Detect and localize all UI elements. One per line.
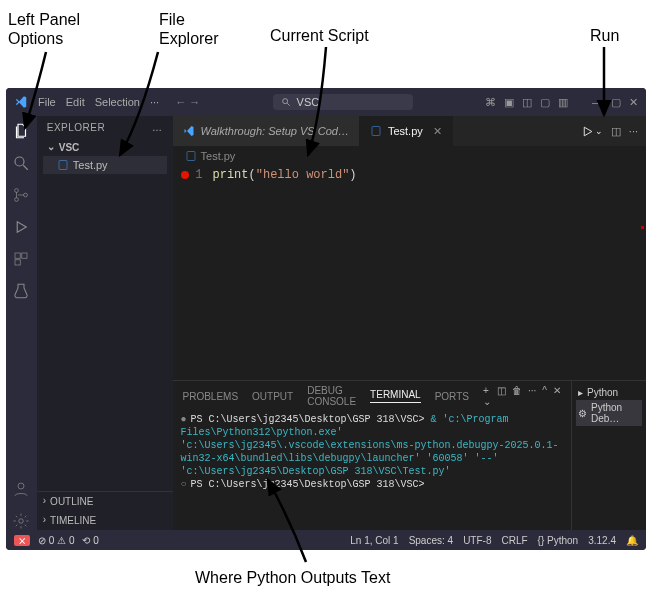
maximize-panel-icon[interactable]: ^ (542, 385, 547, 407)
minimap[interactable] (628, 166, 646, 380)
terminal-entry-python[interactable]: ▸Python (576, 385, 642, 400)
search-icon (281, 97, 291, 107)
more-icon[interactable]: ··· (528, 385, 536, 407)
menu-more[interactable]: ··· (150, 96, 159, 108)
activity-debug[interactable] (12, 218, 30, 236)
layout-icon[interactable]: ▣ (504, 96, 514, 109)
activity-extensions[interactable] (12, 250, 30, 268)
svg-line-3 (24, 165, 29, 170)
close-button[interactable]: ✕ (629, 96, 638, 109)
explorer-title-text: EXPLORER (47, 122, 105, 133)
terminal-list: ▸Python ⚙Python Deb… (571, 381, 646, 530)
command-center-search[interactable]: VSC (273, 94, 413, 110)
outline-section[interactable]: ›OUTLINE (37, 492, 173, 511)
editor-tabs: Walkthrough: Setup VS Cod… Test.py ✕ ⌄ ◫… (173, 116, 646, 146)
trash-icon[interactable]: 🗑 (512, 385, 522, 407)
svg-point-0 (282, 99, 287, 104)
tab-walkthrough[interactable]: Walkthrough: Setup VS Cod… (173, 116, 360, 146)
svg-rect-14 (187, 152, 195, 161)
maximize-button[interactable]: ▢ (611, 96, 621, 109)
activity-accounts[interactable] (12, 480, 30, 498)
vscode-logo-icon (183, 125, 195, 137)
timeline-section[interactable]: ›TIMELINE (37, 511, 173, 530)
title-actions: ⌘ ▣ ◫ ▢ ▥ — ▢ ✕ (485, 96, 638, 109)
vscode-logo-icon (14, 95, 28, 109)
terminal[interactable]: ●PS C:\Users\jg2345\Desktop\GSP 318\VSC>… (173, 411, 571, 530)
title-bar: File Edit Selection ··· ← → VSC ⌘ ▣ ◫ ▢ … (6, 88, 646, 116)
split-editor-icon[interactable]: ◫ (611, 125, 621, 138)
split-terminal-icon[interactable]: ◫ (497, 385, 506, 407)
annotation-terminal-output: Where Python Outputs Text (195, 568, 390, 587)
more-actions-icon[interactable]: ··· (629, 125, 638, 137)
activity-testing[interactable] (12, 282, 30, 300)
python-file-icon (370, 125, 382, 137)
folder-label: VSC (59, 142, 80, 153)
status-python-version[interactable]: 3.12.4 (588, 535, 616, 546)
explorer-title: EXPLORER … (37, 116, 173, 137)
panel-tab-terminal[interactable]: TERMINAL (370, 389, 421, 403)
tab-testpy[interactable]: Test.py ✕ (360, 116, 453, 146)
layout-side-icon[interactable]: ▢ (540, 96, 550, 109)
close-icon[interactable]: ✕ (433, 125, 442, 138)
search-placeholder: VSC (297, 96, 320, 108)
file-tree-item[interactable]: Test.py (43, 156, 167, 174)
terminal-entry-debug[interactable]: ⚙Python Deb… (576, 400, 642, 426)
nav-arrows[interactable]: ← → (175, 96, 200, 108)
explorer-sidebar: EXPLORER … ⌄ VSC Test.py ›OUTLINE ›TIMEL… (37, 116, 173, 530)
new-terminal-icon[interactable]: + ⌄ (483, 385, 491, 407)
status-ports[interactable]: ⟲ 0 (82, 535, 98, 546)
status-errors[interactable]: ⊘ 0 ⚠ 0 (38, 535, 74, 546)
source-control-icon (12, 186, 30, 204)
search-icon (12, 154, 30, 172)
gutter: 1 (173, 166, 213, 380)
testing-icon (12, 282, 30, 300)
status-spaces[interactable]: Spaces: 4 (409, 535, 453, 546)
breadcrumb-file: Test.py (201, 150, 236, 162)
code-line: print("hello world") (213, 166, 357, 380)
notifications-icon[interactable]: 🔔 (626, 535, 638, 546)
close-panel-icon[interactable]: ✕ (553, 385, 561, 407)
file-name: Test.py (73, 159, 108, 171)
chevron-right-icon: › (43, 514, 46, 525)
menu-selection[interactable]: Selection (95, 96, 140, 108)
panel-tab-ports[interactable]: PORTS (435, 391, 469, 402)
menu-edit[interactable]: Edit (66, 96, 85, 108)
layout-panel-icon[interactable]: ◫ (522, 96, 532, 109)
annotation-file-explorer: File Explorer (159, 10, 219, 48)
remote-indicator[interactable]: ⨯ (14, 535, 30, 546)
status-eol[interactable]: CRLF (501, 535, 527, 546)
copilot-icon[interactable]: ⌘ (485, 96, 496, 109)
terminal-icon: ▸ (578, 387, 583, 398)
activity-search[interactable] (12, 154, 30, 172)
tab-label: Test.py (388, 125, 423, 137)
status-language[interactable]: {} Python (538, 535, 579, 546)
panel-tab-problems[interactable]: PROBLEMS (183, 391, 239, 402)
menu-bar: File Edit Selection ··· (38, 96, 159, 108)
account-icon (12, 480, 30, 498)
minimize-button[interactable]: — (592, 96, 603, 108)
panel-tab-debug[interactable]: DEBUG CONSOLE (307, 385, 356, 407)
layout-customize-icon[interactable]: ▥ (558, 96, 568, 109)
run-button[interactable]: ⌄ (581, 125, 603, 138)
panel-tab-output[interactable]: OUTPUT (252, 391, 293, 402)
svg-point-6 (24, 193, 28, 197)
status-lncol[interactable]: Ln 1, Col 1 (350, 535, 398, 546)
breadcrumb[interactable]: Test.py (173, 146, 646, 166)
svg-line-1 (287, 103, 290, 106)
activity-manage[interactable] (12, 512, 30, 530)
status-encoding[interactable]: UTF-8 (463, 535, 491, 546)
menu-file[interactable]: File (38, 96, 56, 108)
svg-rect-13 (372, 127, 380, 136)
bottom-panel: PROBLEMS OUTPUT DEBUG CONSOLE TERMINAL P… (173, 380, 646, 530)
python-file-icon (57, 159, 69, 171)
breakpoint-icon[interactable] (181, 171, 189, 179)
explorer-more-icon[interactable]: … (152, 122, 163, 133)
annotation-left-panel: Left Panel Options (8, 10, 80, 48)
svg-rect-12 (59, 161, 67, 170)
folder-root[interactable]: ⌄ VSC (43, 139, 167, 156)
activity-explorer[interactable] (12, 122, 30, 140)
code-editor[interactable]: 1 print("hello world") (173, 166, 646, 380)
vscode-window: File Edit Selection ··· ← → VSC ⌘ ▣ ◫ ▢ … (6, 88, 646, 550)
activity-scm[interactable] (12, 186, 30, 204)
svg-point-11 (19, 519, 24, 524)
